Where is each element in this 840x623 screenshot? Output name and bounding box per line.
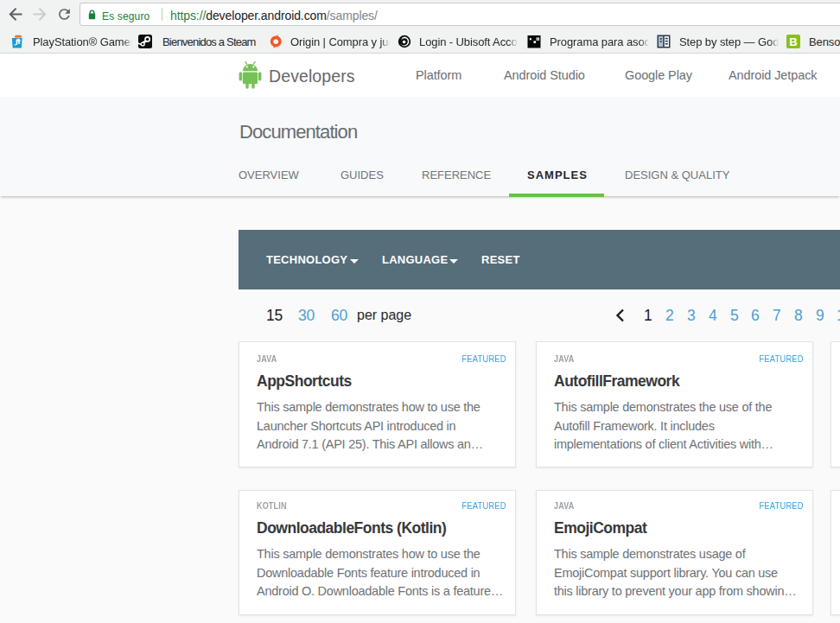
svg-text:B: B bbox=[789, 35, 797, 48]
